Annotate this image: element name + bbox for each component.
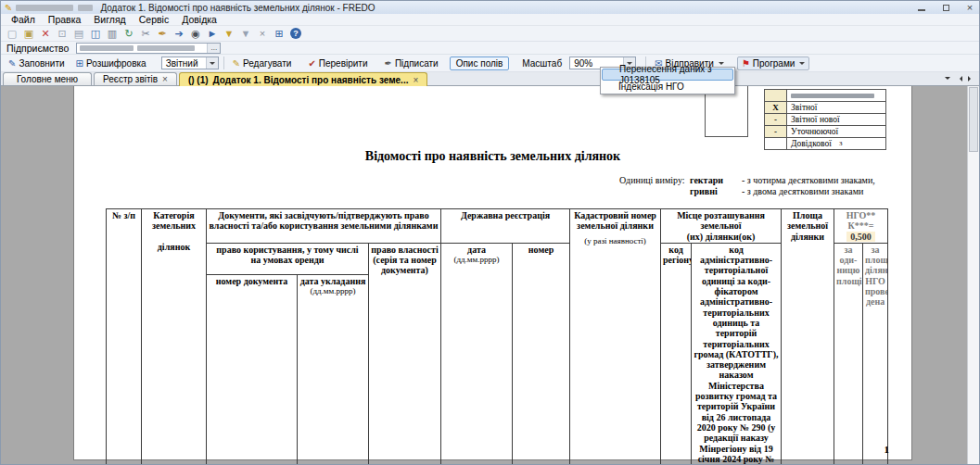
decrypt-button[interactable]: ⊞ Розшифровка [72, 57, 150, 70]
minimize-button[interactable] [916, 2, 927, 13]
fill-button[interactable]: ✎ Заповнити [5, 57, 69, 70]
close-button[interactable]: × [964, 2, 975, 13]
cadastre-note: (у разі наявності) [572, 236, 658, 245]
cut-icon[interactable]: ✂ [138, 27, 153, 41]
programs-dropdown-menu: Перенесення даних з J0138105 Індексація … [600, 67, 735, 94]
export-icon[interactable]: ➔ [172, 27, 186, 41]
programs-icon: ⚑ [742, 58, 750, 69]
table-export-icon[interactable]: ⊞ [272, 27, 286, 41]
open-document-icon[interactable]: ▣ [21, 27, 36, 41]
tab-report-registry[interactable]: Реєстр звітів × [94, 72, 177, 85]
verify-button[interactable]: ✔ Перевірити [304, 57, 371, 70]
form-title: Відомості про наявність земельних діляно… [74, 149, 911, 164]
delete-document-icon[interactable]: ✕ [38, 27, 53, 41]
units-block: Одиниці виміру: гектари - з чотирма деся… [619, 175, 875, 196]
collapse-icon[interactable]: × [255, 27, 270, 41]
col-header-doc-number: номер документа [207, 274, 298, 464]
sign-button[interactable]: ✒ Підписати [381, 57, 442, 70]
save-icon[interactable]: ◫ [88, 27, 103, 41]
tab-annex1-active[interactable]: () (1) Додаток 1. Відомості про наявніст… [179, 72, 427, 86]
unit-hectares-desc: - з чотирма десятковими знаками, [742, 175, 875, 186]
land-form-table: № з/п Категорія земельних ділянок Докуме… [106, 208, 888, 464]
main-toolbar: ▢▣✕⊡▤◫▥↻✂✒➔◉►▼▼×⊞? [1, 26, 979, 42]
redacted-enterprise-name [137, 45, 195, 51]
menu-bar: Файл Правка Вигляд Сервіс Довідка [1, 14, 979, 26]
field-description-button[interactable]: Опис полів [450, 57, 510, 70]
type-label: Довідкової [791, 138, 832, 149]
fredo-window: ✎ Додаток 1. Відомості про наявність зем… [0, 0, 980, 465]
col-header-serial: № з/п [107, 209, 142, 465]
unit-hryvnia: гривні [690, 186, 742, 197]
type-mark-cell[interactable]: - [765, 126, 787, 137]
unit-hryvnia-desc: - з двома десятковими знаками [742, 186, 863, 197]
new-document-icon[interactable]: ▢ [5, 27, 19, 41]
filter-icon[interactable]: ▼ [222, 27, 236, 41]
menu-help[interactable]: Довідка [175, 14, 223, 26]
paste-icon[interactable]: ▤ [71, 27, 86, 41]
edit-button[interactable]: ✎ Редагувати [229, 57, 296, 70]
enterprise-row: Підприємство ... [1, 42, 979, 55]
menu-view[interactable]: Вигляд [87, 14, 132, 26]
tab-bar: Головне меню Реєстр звітів × () (1) Дода… [1, 72, 979, 86]
title-bar: ✎ Додаток 1. Відомості про наявність зем… [1, 1, 979, 14]
redacted-company-code [78, 5, 93, 11]
col-header-category: Категорія земельних ділянок [142, 209, 207, 465]
menu-item-data-transfer[interactable]: Перенесення даних з J0138105 [602, 69, 733, 81]
document-viewport: X Звітної - Звітної нової - Уточнюючої Д… [1, 86, 979, 464]
type-row-reporting: X Звітної [764, 102, 886, 114]
menu-service[interactable]: Сервіс [133, 14, 175, 26]
tab-close-icon[interactable]: × [413, 74, 418, 86]
menu-edit[interactable]: Правка [42, 14, 87, 26]
type-mark-cell[interactable] [765, 90, 787, 101]
print-icon[interactable]: ▥ [105, 27, 120, 41]
browse-button[interactable]: ... [207, 44, 220, 53]
group-header-documents: Документи, які засвідчують/підтверджують… [207, 209, 441, 244]
page-number: 1 [885, 444, 890, 455]
decrypt-icon: ⊞ [76, 58, 83, 69]
ngo-coefficient-label: К***= [848, 220, 874, 231]
redacted-enterprise-code [80, 45, 134, 51]
fill-icon: ✎ [8, 58, 16, 69]
type-row-clarifying: - Уточнюючої [764, 126, 886, 138]
forward-icon[interactable]: ► [205, 27, 220, 41]
col-header-reg-number: номер [513, 243, 570, 464]
enterprise-input[interactable]: ... [76, 43, 221, 54]
find-icon[interactable]: ◉ [188, 27, 203, 41]
period-dropdown-icon[interactable] [206, 57, 218, 69]
tab-main-menu[interactable]: Головне меню [3, 72, 92, 85]
period-select[interactable]: Звітний [161, 57, 219, 69]
tab-prev-icon[interactable] [957, 76, 962, 82]
col-header-area: Площа земельної ділянки [782, 209, 834, 465]
copy-icon[interactable]: ⊡ [55, 27, 70, 41]
col-header-katottg: код адміністративно-територіальної одини… [692, 243, 782, 464]
tab-next-icon[interactable] [968, 76, 974, 82]
sign-icon: ✒ [385, 58, 392, 69]
sign-icon[interactable]: ✒ [155, 27, 170, 41]
tab-list-icon[interactable] [945, 77, 950, 82]
window-title: Додаток 1. Відомості про наявність земел… [100, 3, 375, 13]
tab-close-icon[interactable]: × [162, 73, 168, 85]
programs-dropdown-icon[interactable] [799, 62, 805, 68]
refresh-icon[interactable]: ↻ [121, 27, 136, 41]
help-icon[interactable]: ? [290, 28, 301, 39]
type-mark-cell[interactable]: X [765, 102, 787, 113]
col-header-ngo-per-unit: за оди-ницю площі [834, 243, 863, 464]
ngo-coefficient-input[interactable]: 0,500 [846, 232, 875, 242]
programs-button[interactable]: ⚑ Програми [737, 57, 810, 70]
type-label: Уточнюючої [787, 126, 885, 137]
vertical-scrollbar[interactable] [967, 86, 979, 464]
redacted-type-label [791, 94, 874, 98]
group-header-ngo: НГО** К***= 0,500 [834, 209, 888, 244]
col-header-cadastre: Кадастровий номер земельної ділянки (у р… [570, 209, 661, 465]
filter-clear-icon[interactable]: ▼ [238, 27, 253, 41]
scale-label: Масштаб [522, 58, 562, 69]
enterprise-label: Підприємство [6, 43, 69, 54]
restore-button[interactable] [940, 2, 951, 13]
col-header-region-code: код регіону [661, 243, 692, 464]
ngo-title: НГО** [836, 210, 885, 220]
action-toolbar: ✎ Заповнити ⊞ Розшифровка Звітний ✎ Реда… [1, 55, 979, 72]
type-mark-cell[interactable]: - [765, 114, 787, 125]
type-mark-cell[interactable] [765, 138, 787, 149]
scrollbar-thumb[interactable] [969, 87, 978, 152]
menu-file[interactable]: Файл [5, 14, 42, 26]
